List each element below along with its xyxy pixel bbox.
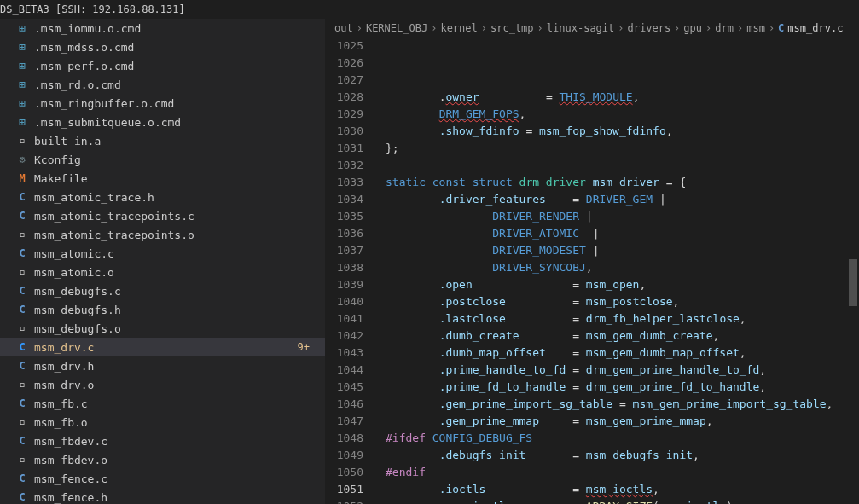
code-line[interactable]: .prime_fd_to_handle = drm_gem_prime_fd_t…	[379, 379, 859, 396]
code-line[interactable]: DRIVER_RENDER |	[379, 208, 859, 225]
file-explorer[interactable]: ⊞.msm_iommu.o.cmd⊞.msm_mdss.o.cmd⊞.msm_p…	[0, 19, 326, 504]
file-item[interactable]: Cmsm_debugfs.h	[0, 300, 325, 319]
file-item[interactable]: Cmsm_fbdev.c	[0, 432, 325, 450]
line-number: 1036	[326, 225, 363, 242]
code-area[interactable]: 1025102610271028102910301031103210331034…	[326, 38, 859, 504]
code-line[interactable]: .ioctls = msm_ioctls,	[379, 481, 859, 498]
scrollbar-thumb[interactable]	[849, 259, 857, 306]
file-item[interactable]: ▫msm_fb.o	[0, 413, 325, 432]
gutter: 1025102610271028102910301031103210331034…	[326, 38, 379, 504]
code-line[interactable]: DRIVER_ATOMIC |	[379, 225, 859, 242]
breadcrumb[interactable]: out›KERNEL_OBJ›kernel›src_tmp›linux-sagi…	[326, 19, 859, 38]
code-line[interactable]: DRIVER_MODESET |	[379, 242, 859, 259]
code-line[interactable]	[379, 157, 859, 174]
m-icon: M	[15, 171, 29, 185]
code-line[interactable]: .open = msm_open,	[379, 276, 859, 293]
file-item[interactable]: Cmsm_fence.h	[0, 488, 325, 504]
code-line[interactable]: .dumb_create = msm_gem_dumb_create,	[379, 327, 859, 345]
code-line[interactable]: DRM_GEM_FOPS,	[379, 106, 859, 123]
line-number: 1052	[326, 498, 363, 504]
file-item[interactable]: Cmsm_fence.c	[0, 469, 325, 488]
file-item[interactable]: ⊞.msm_perf.o.cmd	[0, 56, 325, 75]
file-label: msm_atomic_tracepoints.c	[34, 210, 325, 223]
crumb[interactable]: drm	[715, 22, 734, 34]
line-number: 1033	[326, 174, 363, 191]
line-number: 1044	[326, 362, 363, 379]
line-number: 1040	[326, 293, 363, 310]
file-item[interactable]: ⊞.msm_iommu.o.cmd	[0, 19, 325, 38]
line-number: 1030	[326, 123, 363, 140]
bin-icon: ▫	[15, 134, 29, 148]
file-label: msm_fence.h	[34, 491, 325, 504]
code-line[interactable]: .debugfs_init = msm_debugfs_init,	[379, 447, 859, 464]
code-line[interactable]: DRIVER_SYNCOBJ,	[379, 259, 859, 276]
code-line[interactable]: .gem_prime_mmap = msm_gem_prime_mmap,	[379, 413, 859, 430]
file-item[interactable]: ⊞.msm_submitqueue.o.cmd	[0, 113, 325, 131]
code-line[interactable]: .gem_prime_import_sg_table = msm_gem_pri…	[379, 396, 859, 413]
line-number: 1048	[326, 430, 363, 447]
code-line[interactable]: .driver_features = DRIVER_GEM |	[379, 191, 859, 208]
code-line[interactable]: .dumb_map_offset = msm_gem_dumb_map_offs…	[379, 345, 859, 362]
file-item[interactable]: Cmsm_atomic_trace.h	[0, 188, 325, 206]
crumb[interactable]: KERNEL_OBJ	[366, 22, 427, 34]
crumb[interactable]: linux-sagit	[547, 22, 614, 34]
file-item[interactable]: Cmsm_drv.h	[0, 356, 325, 375]
code-line[interactable]: .prime_handle_to_fd = drm_gem_prime_hand…	[379, 362, 859, 379]
gear-icon: ⚙	[15, 153, 29, 166]
line-number: 1028	[326, 89, 363, 106]
code-line[interactable]: .owner = THIS_MODULE,	[379, 89, 859, 106]
file-item[interactable]: ⊞.msm_ringbuffer.o.cmd	[0, 94, 325, 113]
file-item[interactable]: Cmsm_fb.c	[0, 394, 325, 413]
file-item[interactable]: MMakefile	[0, 169, 325, 188]
crumb[interactable]: msm	[746, 22, 765, 34]
chevron-right-icon: ›	[537, 22, 543, 34]
chevron-right-icon: ›	[674, 22, 680, 34]
file-item[interactable]: ⊞.msm_mdss.o.cmd	[0, 38, 325, 56]
line-number: 1042	[326, 327, 363, 345]
code-line[interactable]: #ifdef CONFIG_DEBUG_FS	[379, 430, 859, 447]
file-label: msm_atomic_trace.h	[34, 191, 325, 204]
code-line[interactable]: };	[379, 140, 859, 157]
crumb[interactable]: gpu	[683, 22, 702, 34]
bin-icon: ▫	[15, 453, 29, 466]
file-label: .msm_submitqueue.o.cmd	[34, 116, 325, 129]
c-icon: C	[15, 359, 29, 373]
file-item[interactable]: ▫msm_atomic_tracepoints.o	[0, 225, 325, 244]
file-item[interactable]: ⚙Kconfig	[0, 150, 325, 169]
win-icon: ⊞	[15, 96, 29, 110]
bin-icon: ▫	[15, 265, 29, 279]
file-item[interactable]: ▫msm_drv.o	[0, 375, 325, 394]
scrollbar[interactable]	[849, 38, 859, 504]
file-item[interactable]: Cmsm_debugfs.c	[0, 281, 325, 300]
crumb[interactable]: drivers	[628, 22, 671, 34]
breadcrumb-file-label: msm_drv.c	[787, 22, 843, 34]
file-item[interactable]: Cmsm_atomic_tracepoints.c	[0, 206, 325, 225]
crumb[interactable]: kernel	[440, 22, 477, 34]
code-line[interactable]: static const struct drm_driver msm_drive…	[379, 174, 859, 191]
code-content[interactable]: .owner = THIS_MODULE, DRM_GEM_FOPS, .sho…	[379, 38, 859, 504]
file-item[interactable]: ▫msm_atomic.o	[0, 263, 325, 281]
chevron-right-icon: ›	[737, 22, 743, 34]
file-item[interactable]: Cmsm_drv.c9+	[0, 338, 325, 356]
code-line[interactable]: #endif	[379, 464, 859, 481]
file-item[interactable]: ▫msm_debugfs.o	[0, 319, 325, 338]
file-item[interactable]: Cmsm_atomic.c	[0, 244, 325, 263]
file-item[interactable]: ▫msm_fbdev.o	[0, 450, 325, 469]
crumb[interactable]: src_tmp	[490, 22, 534, 34]
code-line[interactable]: .postclose = msm_postclose,	[379, 293, 859, 310]
file-label: msm_debugfs.c	[34, 285, 325, 298]
chevron-right-icon: ›	[705, 22, 711, 34]
file-label: msm_debugfs.h	[34, 304, 325, 316]
file-label: .msm_ringbuffer.o.cmd	[34, 97, 325, 110]
line-number: 1047	[326, 413, 363, 430]
breadcrumb-file[interactable]: Cmsm_drv.c	[778, 22, 843, 34]
crumb[interactable]: out	[334, 22, 353, 34]
file-label: Makefile	[34, 172, 325, 185]
code-line[interactable]: .lastclose = drm_fb_helper_lastclose,	[379, 310, 859, 327]
code-line[interactable]: .show_fdinfo = msm_fop_show_fdinfo,	[379, 123, 859, 140]
code-line[interactable]: .num_ioctls = ARRAY_SIZE(msm_ioctls),	[379, 498, 859, 504]
file-item[interactable]: ⊞.msm_rd.o.cmd	[0, 75, 325, 94]
line-number: 1045	[326, 379, 363, 396]
file-item[interactable]: ▫built-in.a	[0, 131, 325, 150]
file-label: msm_debugfs.o	[34, 322, 325, 335]
